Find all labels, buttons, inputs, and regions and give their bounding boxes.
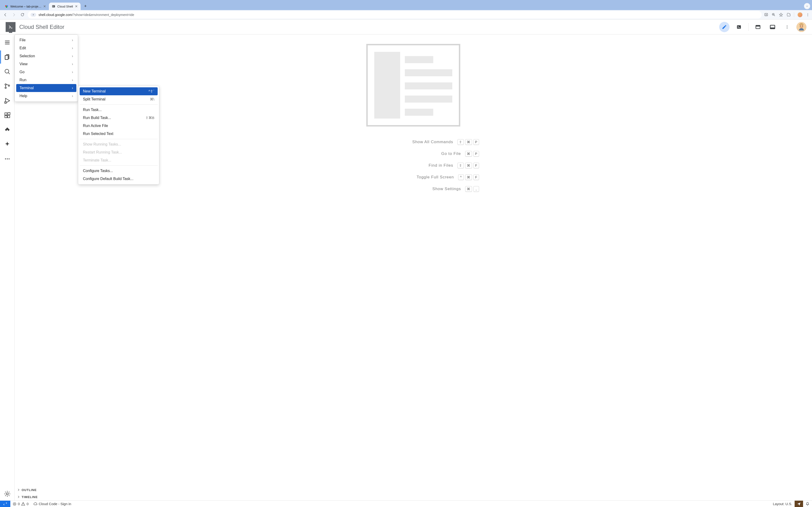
bookmark-icon[interactable] (779, 13, 783, 17)
browser-tab[interactable]: Welcome – lab-project-id-ex ✕ (2, 3, 49, 10)
submenu-show-running-tasks: Show Running Tasks... (80, 140, 158, 148)
error-icon (13, 502, 16, 506)
chevron-right-icon: › (72, 78, 73, 82)
menu-item-label: Selection (19, 54, 35, 58)
tabs-dropdown-icon[interactable] (804, 3, 810, 9)
menu-selection[interactable]: Selection› (16, 52, 77, 60)
divider (748, 23, 749, 31)
cmd-keys: ⌘P (465, 151, 479, 157)
menu-separator (80, 165, 158, 166)
svg-point-2 (6, 6, 7, 8)
svg-rect-11 (756, 25, 760, 26)
ai-assist-button[interactable] (1, 138, 14, 151)
submenu-label: Configure Default Build Task... (83, 177, 134, 181)
new-tab-button[interactable]: + (82, 3, 89, 10)
forward-button[interactable] (11, 12, 17, 18)
back-button[interactable] (2, 12, 8, 18)
remote-indicator[interactable] (0, 501, 10, 507)
search-button[interactable] (1, 65, 14, 78)
settings-gear-button[interactable] (1, 487, 14, 500)
run-debug-button[interactable] (1, 94, 14, 107)
hamburger-menu-button[interactable] (1, 36, 14, 49)
gcp-favicon-icon (5, 4, 8, 8)
svg-point-32 (8, 158, 9, 159)
cmd-label: Toggle Full Screen (417, 175, 454, 180)
menu-run[interactable]: Run› (16, 76, 77, 84)
shortcut: ⇧⌘B (145, 116, 154, 120)
error-count: 0 (18, 502, 20, 506)
placeholder-graphic (366, 44, 460, 126)
svg-rect-26 (5, 113, 7, 115)
problems-indicator[interactable]: 0 0 (10, 501, 31, 507)
divider (794, 12, 794, 17)
more-button[interactable] (1, 152, 14, 165)
extensions-button[interactable] (1, 109, 14, 122)
submenu-configure-default-build-task[interactable]: Configure Default Build Task... (80, 175, 158, 183)
cloud-code-label: Cloud Code - Sign in (39, 502, 71, 506)
new-window-button[interactable] (753, 22, 763, 32)
menu-item-label: Run (19, 78, 26, 82)
svg-point-14 (787, 25, 788, 26)
live-share-indicator[interactable] (795, 501, 803, 507)
cmd-label: Go to File (441, 151, 461, 156)
editor-mode-button[interactable] (719, 22, 729, 32)
svg-point-6 (808, 13, 808, 14)
address-bar[interactable]: shell.cloud.google.com/?show=ide&environ… (28, 11, 762, 18)
menu-item-label: View (19, 62, 28, 66)
cloud-code-button[interactable] (1, 123, 14, 136)
submenu-label: Run Task... (83, 108, 102, 112)
menu-item-label: Edit (19, 46, 26, 50)
menu-terminal[interactable]: Terminal› (16, 84, 77, 92)
key: ⌘ (465, 174, 472, 180)
menu-dots-icon[interactable] (806, 13, 810, 17)
menu-help[interactable]: Help› (16, 92, 77, 100)
submenu-run-task[interactable]: Run Task... (80, 106, 158, 114)
submenu-split-terminal[interactable]: Split Terminal⌘\ (80, 95, 158, 103)
menu-edit[interactable]: Edit› (16, 44, 77, 52)
menu-file[interactable]: File› (16, 36, 77, 44)
site-info-icon[interactable] (31, 13, 36, 17)
close-icon[interactable]: ✕ (43, 4, 46, 8)
submenu-label: Restart Running Task... (83, 150, 122, 155)
submenu-new-terminal[interactable]: New Terminal^⇧` (80, 87, 158, 95)
zoom-icon[interactable] (772, 13, 775, 17)
submenu-run-selected-text[interactable]: Run Selected Text (80, 130, 158, 138)
extensions-icon[interactable] (786, 13, 791, 17)
layout-button[interactable] (767, 22, 778, 32)
submenu-configure-tasks[interactable]: Configure Tasks... (80, 167, 158, 175)
bell-icon (805, 502, 810, 506)
reload-button[interactable] (19, 12, 26, 18)
menu-item-label: Help (19, 94, 27, 98)
warning-icon (21, 502, 25, 506)
shortcut: ^⇧` (149, 89, 154, 94)
svg-point-20 (802, 25, 803, 26)
notifications-button[interactable] (803, 501, 812, 507)
svg-point-23 (5, 87, 6, 89)
menu-item-label: Go (19, 70, 24, 74)
chrome-profile-avatar[interactable] (798, 12, 803, 17)
cloud-shell-logo-icon (6, 22, 15, 32)
svg-point-31 (7, 158, 7, 159)
more-options-button[interactable] (782, 22, 792, 32)
submenu-restart-running-task: Restart Running Task... (80, 148, 158, 156)
terminal-submenu: New Terminal^⇧` Split Terminal⌘\ Run Tas… (78, 86, 159, 184)
install-app-icon[interactable] (764, 13, 768, 17)
submenu-run-active-file[interactable]: Run Active File (80, 122, 158, 130)
cloud-code-status[interactable]: Cloud Code - Sign in (31, 501, 73, 507)
submenu-label: Configure Tasks... (83, 169, 113, 173)
explorer-button[interactable] (0, 50, 13, 64)
terminal-mode-button[interactable] (734, 22, 744, 32)
layout-indicator[interactable]: Layout: U.S. (770, 501, 795, 507)
menu-view[interactable]: View› (16, 60, 77, 68)
menu-go[interactable]: Go› (16, 68, 77, 76)
svg-rect-3 (52, 5, 55, 7)
cmd-keys: ⇧⌘F (457, 163, 479, 168)
chevron-right-icon: › (72, 54, 73, 58)
chevron-right-icon: › (72, 38, 73, 42)
user-avatar[interactable] (797, 22, 806, 32)
close-icon[interactable]: ✕ (75, 4, 78, 8)
submenu-run-build-task[interactable]: Run Build Task...⇧⌘B (80, 114, 158, 122)
layout-label: Layout: U.S. (773, 502, 792, 506)
source-control-button[interactable] (1, 79, 14, 93)
browser-tab[interactable]: Cloud Shell ✕ (49, 3, 81, 10)
